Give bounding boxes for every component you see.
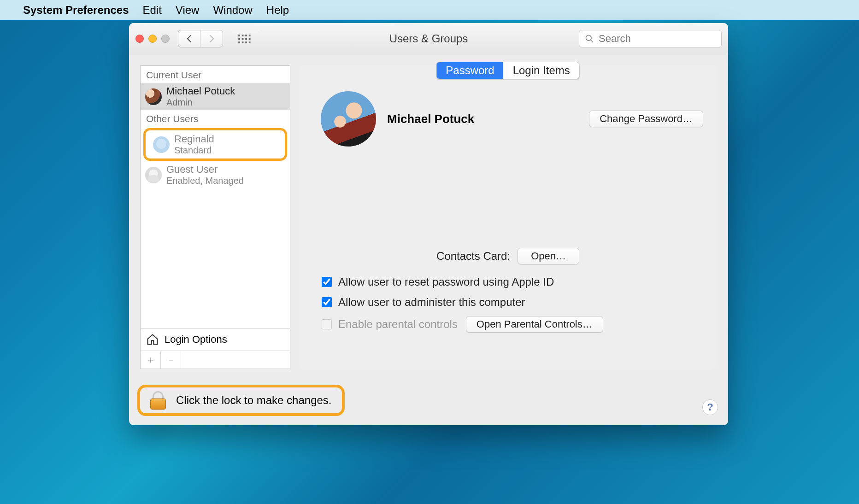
svg-rect-8 — [238, 41, 240, 43]
change-password-button[interactable]: Change Password… — [589, 111, 703, 127]
lock-row: Click the lock to make changes. ? — [137, 385, 720, 416]
svg-line-13 — [591, 40, 593, 42]
svg-rect-10 — [245, 41, 247, 43]
close-window-icon[interactable] — [135, 35, 144, 43]
contacts-card-label: Contacts Card: — [436, 250, 510, 263]
svg-rect-4 — [238, 38, 240, 40]
back-button[interactable] — [178, 30, 200, 47]
window-controls — [135, 35, 170, 43]
svg-rect-6 — [245, 38, 247, 40]
titlebar: Users & Groups — [129, 23, 728, 54]
annotation-highlight-lock: Click the lock to make changes. — [137, 385, 345, 416]
chevron-left-icon — [185, 34, 194, 43]
login-options-label: Login Options — [165, 334, 227, 346]
preferences-window: Users & Groups Current User Michael Potu… — [129, 23, 728, 425]
menu-edit[interactable]: Edit — [142, 4, 161, 17]
sidebar-user-guest[interactable]: Guest User Enabled, Managed — [141, 162, 290, 188]
enable-parental-checkbox[interactable] — [322, 319, 332, 329]
allow-reset-password-row[interactable]: Allow user to reset password using Apple… — [322, 275, 717, 288]
minimize-window-icon[interactable] — [148, 35, 157, 43]
house-icon — [146, 333, 159, 346]
svg-rect-7 — [249, 38, 251, 40]
svg-rect-0 — [238, 35, 240, 36]
svg-rect-11 — [249, 41, 251, 43]
app-name[interactable]: System Preferences — [23, 4, 129, 17]
menu-window[interactable]: Window — [213, 4, 252, 17]
search-field[interactable] — [579, 30, 722, 47]
tab-password[interactable]: Password — [436, 62, 503, 79]
lock-icon[interactable] — [150, 391, 166, 410]
search-icon — [585, 34, 594, 43]
lock-hint-label: Click the lock to make changes. — [176, 394, 332, 407]
user-avatar[interactable] — [321, 91, 376, 147]
svg-rect-9 — [242, 41, 244, 43]
open-contacts-button[interactable]: Open… — [518, 248, 579, 264]
user-name-label: Michael Potuck — [166, 85, 235, 97]
allow-administer-row[interactable]: Allow user to administer this computer — [322, 296, 717, 309]
tab-bar: Password Login Items — [436, 62, 579, 79]
current-user-header: Current User — [141, 66, 290, 83]
user-name-label: Guest User — [166, 164, 244, 176]
menubar: System Preferences Edit View Window Help — [0, 0, 859, 20]
avatar-icon — [145, 88, 162, 105]
forward-button[interactable] — [200, 30, 223, 47]
search-input[interactable] — [599, 33, 716, 45]
allow-administer-label: Allow user to administer this computer — [338, 296, 525, 309]
user-display-name: Michael Potuck — [387, 112, 474, 126]
help-button[interactable]: ? — [702, 399, 718, 415]
user-name-label: Reginald — [174, 133, 214, 145]
other-users-header: Other Users — [141, 110, 290, 127]
menu-help[interactable]: Help — [266, 4, 289, 17]
allow-administer-checkbox[interactable] — [322, 297, 332, 307]
user-role-label: Standard — [174, 145, 214, 156]
remove-user-button[interactable]: － — [161, 351, 181, 369]
sidebar-user-current[interactable]: Michael Potuck Admin — [141, 83, 290, 110]
user-options: Allow user to reset password using Apple… — [322, 275, 717, 333]
svg-rect-1 — [242, 35, 244, 36]
avatar-icon — [145, 167, 162, 183]
open-parental-controls-button[interactable]: Open Parental Controls… — [466, 316, 603, 333]
tab-login-items[interactable]: Login Items — [504, 62, 579, 79]
allow-reset-password-label: Allow user to reset password using Apple… — [338, 275, 554, 288]
user-role-label: Enabled, Managed — [166, 176, 244, 186]
show-all-button[interactable] — [229, 30, 261, 47]
login-options-row[interactable]: Login Options — [140, 328, 290, 351]
svg-rect-5 — [242, 38, 244, 40]
menu-view[interactable]: View — [176, 4, 200, 17]
sidebar-user-reginald[interactable]: Reginald Standard — [148, 131, 282, 158]
nav-back-forward — [178, 30, 223, 47]
add-user-button[interactable]: ＋ — [141, 351, 161, 369]
user-list: Current User Michael Potuck Admin Other … — [140, 65, 290, 328]
grid-icon — [238, 34, 252, 43]
parental-controls-row: Enable parental controls Open Parental C… — [322, 316, 717, 333]
user-detail-panel: Password Login Items Michael Potuck Chan… — [299, 65, 717, 369]
svg-rect-3 — [249, 35, 251, 36]
enable-parental-row[interactable]: Enable parental controls — [322, 318, 458, 331]
contacts-card-row: Contacts Card: Open… — [299, 248, 717, 264]
annotation-highlight-user: Reginald Standard — [143, 128, 287, 161]
content-area: Current User Michael Potuck Admin Other … — [129, 54, 728, 374]
enable-parental-label: Enable parental controls — [338, 318, 458, 331]
zoom-window-icon — [161, 35, 170, 43]
add-remove-user-controls: ＋ － — [140, 351, 290, 369]
allow-reset-password-checkbox[interactable] — [322, 277, 332, 287]
users-sidebar: Current User Michael Potuck Admin Other … — [140, 65, 290, 369]
avatar-icon — [153, 136, 170, 153]
svg-rect-2 — [245, 35, 247, 36]
chevron-right-icon — [207, 34, 216, 43]
user-role-label: Admin — [166, 97, 235, 108]
